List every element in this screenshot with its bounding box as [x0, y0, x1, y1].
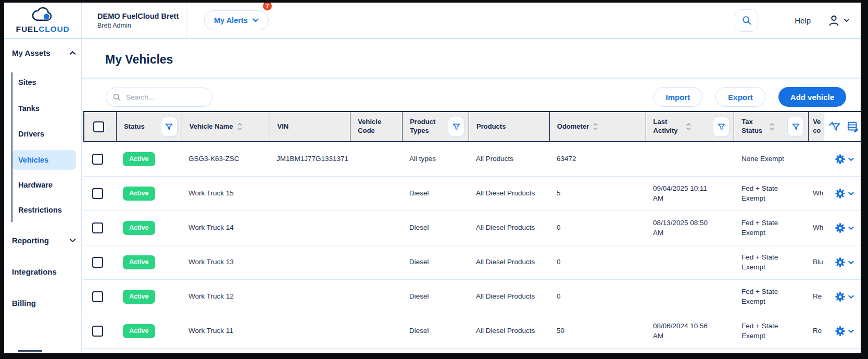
- cell-select: [83, 245, 116, 279]
- sidebar-item-sites[interactable]: Sites: [18, 76, 36, 89]
- table-row[interactable]: ActiveWork Truck 13DieselAll Diesel Prod…: [83, 245, 861, 280]
- my-alerts-button[interactable]: My Alerts: [204, 10, 269, 30]
- topbar-right: Help: [735, 3, 861, 38]
- cell-products: All Diesel Products: [469, 280, 549, 314]
- row-actions-menu[interactable]: [835, 222, 854, 233]
- column-header-vehicle_color[interactable]: Ve co: [809, 112, 824, 141]
- table-row[interactable]: ActiveGSG3-K63-ZSCJM1BM1J77G1331371All t…: [83, 142, 861, 177]
- row-actions-menu[interactable]: [835, 188, 854, 199]
- sort-toggle-tax_status[interactable]: [769, 121, 775, 132]
- select-all-checkbox[interactable]: [93, 121, 104, 132]
- sidebar-item-hardware[interactable]: Hardware: [18, 179, 53, 191]
- cell-product_types: Diesel: [402, 211, 469, 245]
- account-info: DEMO FuelCloud Brett Brett Admin: [82, 3, 186, 38]
- products-value: All Products: [476, 154, 513, 164]
- vehicle_name-value: Work Truck 14: [188, 223, 234, 232]
- cell-last_activity: [646, 280, 734, 314]
- column-header-odometer[interactable]: Odometer: [550, 112, 646, 141]
- sidebar-item-drivers[interactable]: Drivers: [18, 128, 44, 140]
- row-checkbox[interactable]: [92, 222, 103, 233]
- column-header-vehicle_code[interactable]: Vehicle Code: [350, 112, 402, 141]
- clear-filters-button[interactable]: [828, 121, 841, 132]
- cell-vehicle_color: Wh: [809, 177, 824, 211]
- column-label: Vehicle Code: [358, 118, 386, 135]
- cell-product_types: Diesel: [402, 177, 469, 211]
- column-header-select: [84, 112, 117, 141]
- column-header-tax_status[interactable]: Tax Status: [734, 112, 809, 141]
- gear-icon: [835, 188, 846, 199]
- search-input[interactable]: [106, 88, 212, 107]
- table-row[interactable]: ActiveWork Truck 12DieselAll Diesel Prod…: [83, 280, 861, 314]
- gear-icon: [835, 291, 846, 302]
- row-actions-menu[interactable]: [835, 326, 854, 337]
- sidebar-item-restrictions[interactable]: Restrictions: [18, 204, 62, 216]
- sidebar-item-reporting[interactable]: Reporting: [12, 236, 76, 245]
- sidebar-item-vehicles[interactable]: Vehicles: [12, 150, 76, 170]
- fuelcloud-logo[interactable]: FUELCLOUD: [4, 3, 82, 38]
- status-badge: Active: [123, 152, 155, 166]
- cell-vehicle_code: [350, 142, 402, 176]
- sidebar-item-tanks[interactable]: Tanks: [18, 102, 40, 115]
- sort-toggle-vehicle_name[interactable]: [237, 121, 243, 132]
- table-row[interactable]: ActiveWork Truck 11DieselAll Diesel Prod…: [83, 314, 861, 349]
- row-actions-menu[interactable]: [835, 257, 854, 268]
- column-header-vehicle_name[interactable]: Vehicle Name: [182, 112, 270, 141]
- cell-products: All Diesel Products: [469, 314, 549, 348]
- export-button[interactable]: Export: [715, 87, 765, 107]
- filter-button-status[interactable]: [161, 117, 178, 137]
- row-checkbox[interactable]: [92, 154, 103, 165]
- row-checkbox[interactable]: [92, 257, 103, 268]
- global-search-button[interactable]: [735, 9, 758, 32]
- cell-odometer: 50: [549, 314, 646, 348]
- column-label: Status: [124, 122, 145, 131]
- column-header-product_types[interactable]: Product Types: [402, 112, 469, 141]
- user-menu[interactable]: [827, 14, 849, 27]
- sort-toggle-last_activity[interactable]: [686, 121, 691, 132]
- column-label: Tax Status: [741, 118, 765, 135]
- filter-button-tax_status[interactable]: [787, 117, 804, 137]
- chevron-down-icon: [848, 329, 854, 333]
- user-icon: [827, 14, 840, 27]
- cell-vehicle_color: Wh: [809, 211, 824, 245]
- edit-columns-button[interactable]: [847, 121, 860, 132]
- row-checkbox[interactable]: [92, 326, 103, 337]
- cell-actions: [824, 211, 861, 245]
- cell-status: Active: [116, 142, 181, 176]
- tax_status-value: Fed + State Exempt: [741, 184, 793, 203]
- column-header-status[interactable]: Status: [117, 112, 182, 141]
- gear-icon: [835, 154, 846, 165]
- chevron-down-icon: [848, 295, 854, 299]
- odometer-value: 5: [557, 189, 561, 198]
- cell-product_types: Diesel: [402, 314, 469, 348]
- cell-actions: [824, 314, 861, 348]
- cell-vin: [269, 177, 350, 211]
- cell-actions: [824, 142, 861, 176]
- odometer-value: 0: [557, 223, 561, 232]
- help-link[interactable]: Help: [795, 16, 811, 25]
- filter-button-last_activity[interactable]: [713, 117, 729, 137]
- row-actions-menu[interactable]: [835, 154, 854, 165]
- table-row[interactable]: ActiveWork Truck 14DieselAll Diesel Prod…: [83, 211, 861, 245]
- sidebar-item-integrations[interactable]: Integrations: [12, 267, 76, 276]
- row-actions-menu[interactable]: [835, 291, 854, 302]
- column-header-last_activity[interactable]: Last Activity: [646, 112, 735, 141]
- cell-vin: JM1BM1J77G1331371: [269, 142, 350, 176]
- column-header-products[interactable]: Products: [469, 112, 550, 141]
- last_activity-value: 09/04/2025 10:11 AM: [653, 184, 714, 203]
- cell-product_types: Diesel: [402, 245, 469, 279]
- products-value: All Diesel Products: [476, 223, 535, 232]
- import-button[interactable]: Import: [653, 87, 703, 107]
- column-header-vin[interactable]: VIN: [270, 112, 351, 141]
- add-vehicle-button[interactable]: Add vehicle: [778, 87, 846, 107]
- filter-button-product_types[interactable]: [448, 117, 464, 137]
- column-label: Products: [476, 122, 506, 131]
- sidebar-item-billing[interactable]: Billing: [12, 299, 76, 307]
- row-checkbox[interactable]: [92, 291, 103, 302]
- row-checkbox[interactable]: [92, 188, 103, 199]
- vehicle_color-value: Blu: [813, 257, 823, 267]
- cell-vehicle_name: Work Truck 14: [181, 211, 269, 245]
- sort-toggle-odometer[interactable]: [593, 121, 598, 132]
- table-row[interactable]: ActiveWork Truck 15DieselAll Diesel Prod…: [83, 177, 861, 211]
- cell-status: Active: [116, 211, 181, 245]
- cell-status: Active: [116, 245, 181, 279]
